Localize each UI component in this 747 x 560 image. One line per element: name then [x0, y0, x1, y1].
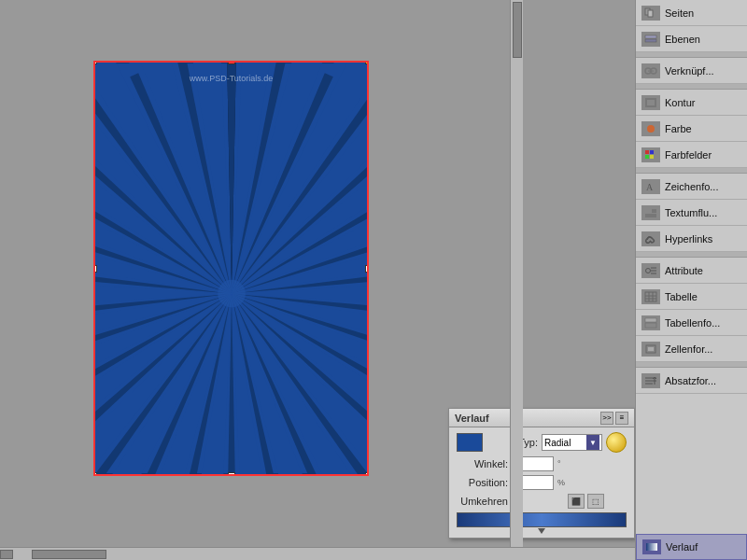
handle-top-center[interactable]: [228, 61, 235, 64]
handle-bot-left[interactable]: [93, 472, 97, 476]
svg-rect-66: [645, 35, 656, 38]
panel-item-farbfelder[interactable]: Farbfelder: [636, 142, 747, 168]
attribute-icon: [641, 263, 660, 278]
vscroll-thumb[interactable]: [513, 2, 522, 58]
panel-label-attribute: Attribute: [665, 265, 741, 276]
verlauf-type-value: Radial: [544, 438, 571, 448]
radial-burst-svg: [95, 63, 367, 474]
handle-bot-center[interactable]: [228, 472, 235, 476]
verlauf-menu-btn[interactable]: ≡: [615, 412, 628, 425]
zellenfor-icon: [641, 342, 660, 357]
panel-label-farbe: Farbe: [665, 123, 741, 134]
handle-top-left[interactable]: [93, 61, 97, 64]
svg-rect-74: [645, 155, 649, 159]
panel-item-tabelle[interactable]: Tabelle: [636, 284, 747, 310]
verlauf-icon: [642, 539, 661, 554]
verlauf-type-row: Typ: Radial ▼: [457, 432, 627, 453]
kontur-icon: [641, 95, 660, 110]
verlauf-icon-group: ⬛ ⬚: [568, 494, 604, 509]
panel-item-seiten[interactable]: Seiten: [636, 0, 747, 26]
svg-rect-94: [648, 347, 654, 351]
farbe-icon: [641, 121, 660, 136]
tabelle-icon: [641, 289, 660, 304]
svg-rect-75: [650, 155, 654, 159]
panel-label-zeichenfo: Zeichenfo...: [665, 181, 741, 192]
verlauf-gradient-container: [457, 512, 627, 527]
svg-rect-92: [645, 323, 656, 328]
document-frame[interactable]: www.PSD-Tutorials.de: [93, 61, 369, 476]
panel-item-absatzfor[interactable]: Absatzfor...: [636, 368, 747, 394]
handle-mid-right[interactable]: [365, 265, 369, 273]
panel-item-zellenfor[interactable]: Zellenfor...: [636, 336, 747, 362]
verlauf-color-swatch[interactable]: [457, 433, 483, 452]
verlauf-title-bar: Verlauf >> ≡: [449, 409, 634, 427]
panel-item-verknuepf[interactable]: Verknüpf...: [636, 58, 747, 84]
panel-label-seiten: Seiten: [665, 7, 741, 19]
panel-item-verlauf[interactable]: Verlauf: [636, 534, 747, 560]
position-unit: %: [557, 478, 565, 487]
panel-item-farbe[interactable]: Farbe: [636, 116, 747, 142]
verlauf-yellow-circle: [606, 432, 627, 453]
panel-label-tabelle: Tabelle: [665, 291, 741, 302]
panel-item-kontur[interactable]: Kontur: [636, 90, 747, 116]
verlauf-reverse-label: Umkehren: [457, 496, 508, 507]
v-scrollbar[interactable]: [510, 0, 523, 547]
svg-rect-91: [645, 318, 656, 322]
verknuepf-icon: [641, 63, 660, 78]
verlauf-position-row: Position: %: [457, 475, 627, 490]
svg-point-82: [646, 268, 651, 273]
verlauf-icon-btn-2[interactable]: ⬚: [587, 494, 604, 509]
right-panel: Seiten Ebenen Verknüpf... Kontur Farbe F…: [635, 0, 747, 560]
svg-rect-64: [648, 10, 653, 17]
verlauf-reverse-row: Umkehren ⬛ ⬚: [457, 494, 627, 509]
panel-label-farbfelder: Farbfelder: [665, 149, 741, 161]
verlauf-angle-label: Winkel:: [457, 458, 508, 469]
hscroll-thumb[interactable]: [32, 550, 106, 559]
ebenen-icon: [641, 32, 660, 47]
verlauf-position-label: Position:: [457, 477, 508, 488]
svg-rect-65: [645, 39, 656, 42]
tabellenfo-icon: [641, 315, 660, 330]
panel-item-ebenen[interactable]: Ebenen: [636, 26, 747, 52]
absatzfor-icon: [641, 373, 660, 388]
watermark-text: www.PSD-Tutorials.de: [190, 74, 274, 83]
svg-rect-70: [646, 99, 655, 106]
panel-label-zellenfor: Zellenfor...: [665, 343, 741, 355]
panel-item-zeichenfo[interactable]: A Zeichenfo...: [636, 174, 747, 200]
verlauf-type-arrow: ▼: [586, 435, 599, 450]
svg-text:A: A: [646, 182, 654, 192]
panel-label-hyperlinks: Hyperlinks: [665, 233, 741, 245]
svg-point-71: [647, 125, 655, 133]
verlauf-panel-title: Verlauf: [455, 413, 489, 424]
gradient-handle[interactable]: [538, 528, 545, 534]
canvas-area: www.PSD-Tutorials.de Verlauf >> ≡ Typ:: [0, 0, 635, 560]
handle-bot-right[interactable]: [365, 472, 369, 476]
verlauf-gradient-bar[interactable]: [457, 512, 627, 527]
panel-item-tabellenfo[interactable]: Tabellenfo...: [636, 310, 747, 336]
hscroll-left-btn[interactable]: [0, 550, 13, 559]
panel-label-kontur: Kontur: [665, 97, 741, 108]
verlauf-expand-btn[interactable]: >>: [600, 412, 613, 425]
svg-rect-98: [646, 543, 657, 551]
panel-label-verlauf: Verlauf: [666, 541, 740, 553]
seiten-icon: [641, 6, 660, 21]
panel-label-ebenen: Ebenen: [665, 34, 741, 45]
verlauf-angle-row: Winkel: °: [457, 456, 627, 471]
verlauf-type-select[interactable]: Radial ▼: [542, 434, 602, 451]
panel-item-attribute[interactable]: Attribute: [636, 258, 747, 284]
svg-rect-86: [645, 292, 656, 301]
svg-rect-73: [650, 150, 654, 154]
textumflu-icon: [641, 205, 660, 220]
verlauf-icon-btn-1[interactable]: ⬛: [568, 494, 585, 509]
panel-label-textumflu: Textumflu...: [665, 207, 741, 218]
verlauf-panel: Verlauf >> ≡ Typ: Radial ▼ Winkel: °: [448, 408, 635, 539]
svg-point-62: [218, 280, 246, 308]
h-scrollbar[interactable]: [0, 547, 635, 560]
farbfelder-icon: [641, 147, 660, 162]
svg-rect-77: [645, 209, 650, 214]
handle-top-right[interactable]: [365, 61, 369, 64]
handle-mid-left[interactable]: [93, 265, 97, 273]
panel-item-textumflu[interactable]: Textumflu...: [636, 200, 747, 226]
panel-item-hyperlinks[interactable]: Hyperlinks: [636, 226, 747, 252]
hyperlinks-icon: [641, 231, 660, 246]
